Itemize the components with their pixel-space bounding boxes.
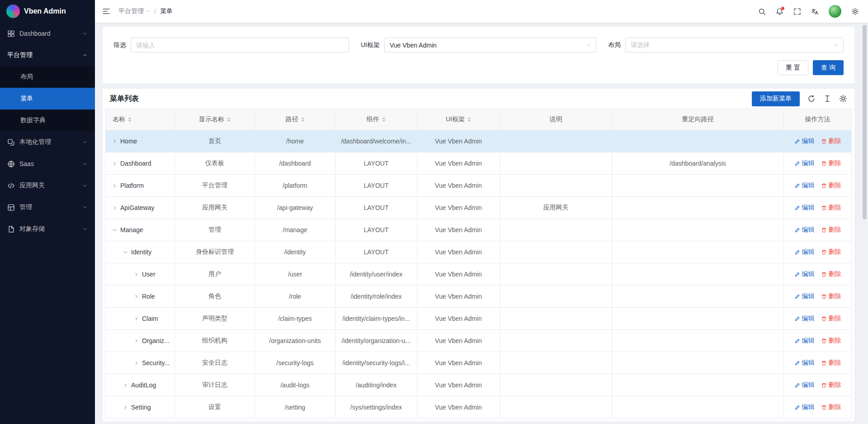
sidebar-item-api-gateway[interactable]: 应用网关 bbox=[0, 175, 95, 196]
table-row[interactable]: Platform平台管理/platformLAYOUTVue Vben Admi… bbox=[106, 175, 852, 197]
chevron-right-icon[interactable] bbox=[134, 338, 139, 343]
chevron-down-icon[interactable] bbox=[123, 250, 128, 255]
column-header-display_name[interactable]: 显示名称 bbox=[175, 109, 255, 130]
table-row[interactable]: Home首页/home/dashboard/welcome/in...Vue V… bbox=[106, 130, 852, 152]
edit-button[interactable]: 编辑 bbox=[794, 204, 815, 212]
delete-button[interactable]: 删除 bbox=[821, 159, 841, 167]
sidebar-item-platform[interactable]: 平台管理 bbox=[0, 44, 95, 66]
table-row[interactable]: Claim声明类型/claim-types/identity/claim-typ… bbox=[106, 308, 852, 330]
sort-caret-icon[interactable] bbox=[467, 117, 471, 122]
edit-button[interactable]: 编辑 bbox=[794, 159, 815, 167]
table-row[interactable]: AuditLog审计日志/audit-logs/auditing/indexVu… bbox=[106, 374, 852, 396]
column-header-component[interactable]: 组件 bbox=[335, 109, 417, 130]
chevron-right-icon[interactable] bbox=[123, 405, 128, 410]
cell-actions: 编辑删除 bbox=[784, 263, 852, 286]
sort-caret-icon[interactable] bbox=[227, 117, 231, 122]
table-row[interactable]: Security...安全日志/security-logs/identity/s… bbox=[106, 352, 852, 374]
row-height-icon[interactable] bbox=[823, 95, 831, 103]
translate-icon[interactable] bbox=[811, 8, 819, 15]
column-header-framework[interactable]: UI框架 bbox=[417, 109, 500, 130]
delete-button[interactable]: 删除 bbox=[821, 292, 841, 300]
delete-button[interactable]: 删除 bbox=[821, 314, 841, 323]
user-avatar[interactable] bbox=[829, 5, 841, 18]
delete-button[interactable]: 删除 bbox=[821, 248, 841, 256]
delete-button[interactable]: 删除 bbox=[821, 403, 841, 411]
query-button[interactable]: 查 询 bbox=[813, 60, 844, 75]
edit-button[interactable]: 编辑 bbox=[794, 137, 815, 145]
edit-button[interactable]: 编辑 bbox=[794, 270, 815, 278]
edit-button[interactable]: 编辑 bbox=[794, 337, 815, 345]
edit-button[interactable]: 编辑 bbox=[794, 181, 815, 190]
chevron-right-icon[interactable] bbox=[134, 272, 139, 277]
chevron-right-icon[interactable] bbox=[134, 361, 139, 366]
chevron-right-icon[interactable] bbox=[112, 205, 117, 210]
search-icon[interactable] bbox=[758, 8, 766, 15]
sidebar-item-data-dictionary[interactable]: 数据字典 bbox=[0, 110, 95, 131]
delete-button[interactable]: 删除 bbox=[821, 381, 841, 389]
refresh-icon[interactable] bbox=[807, 95, 816, 103]
delete-button[interactable]: 删除 bbox=[821, 137, 841, 145]
fullscreen-icon[interactable] bbox=[793, 8, 801, 15]
table-row[interactable]: User用户/user/identity/user/indexVue Vben … bbox=[106, 263, 852, 286]
keyword-input-field[interactable] bbox=[136, 42, 344, 49]
table-row[interactable]: Setting设置/setting/sys/settings/indexVue … bbox=[106, 396, 852, 419]
table-row[interactable]: Dashboard仪表板/dashboardLAYOUTVue Vben Adm… bbox=[106, 152, 852, 175]
edit-button[interactable]: 编辑 bbox=[794, 292, 815, 300]
table-row[interactable]: Identity身份标识管理/identityLAYOUTVue Vben Ad… bbox=[106, 241, 852, 263]
cell-actions: 编辑删除 bbox=[784, 396, 852, 419]
sidebar-item-menu[interactable]: 菜单 bbox=[0, 88, 95, 110]
pencil-icon bbox=[794, 249, 800, 255]
chevron-right-icon[interactable] bbox=[123, 383, 128, 388]
edit-button[interactable]: 编辑 bbox=[794, 226, 815, 234]
delete-button[interactable]: 删除 bbox=[821, 270, 841, 278]
vertical-scrollbar[interactable] bbox=[863, 25, 867, 219]
edit-button[interactable]: 编辑 bbox=[794, 359, 815, 367]
chevron-right-icon[interactable] bbox=[134, 316, 139, 321]
chevron-right-icon[interactable] bbox=[112, 183, 117, 188]
gear-icon[interactable] bbox=[851, 8, 859, 15]
sidebar-item-localization[interactable]: 本地化管理 bbox=[0, 131, 95, 153]
delete-button[interactable]: 删除 bbox=[821, 226, 841, 234]
sort-caret-icon[interactable] bbox=[382, 117, 386, 122]
cell-path: /api-gateway bbox=[255, 197, 335, 219]
chevron-down-icon[interactable] bbox=[112, 228, 117, 233]
reset-button[interactable]: 重 置 bbox=[778, 60, 808, 75]
bell-icon[interactable] bbox=[776, 8, 783, 15]
sidebar-collapse-button[interactable] bbox=[102, 7, 110, 15]
chevron-right-icon[interactable] bbox=[112, 139, 117, 144]
breadcrumb-parent[interactable]: 平台管理 bbox=[118, 7, 150, 15]
layout-select[interactable]: 请选择 bbox=[625, 38, 844, 52]
edit-button[interactable]: 编辑 bbox=[794, 314, 815, 323]
delete-button[interactable]: 删除 bbox=[821, 181, 841, 190]
table-row[interactable]: Role角色/role/identity/role/indexVue Vben … bbox=[106, 286, 852, 308]
framework-select[interactable]: Vue Vben Admin bbox=[384, 38, 596, 52]
delete-button[interactable]: 删除 bbox=[821, 337, 841, 345]
edit-button[interactable]: 编辑 bbox=[794, 248, 815, 256]
table-row[interactable]: ApiGateway应用网关/api-gatewayLAYOUTVue Vben… bbox=[106, 197, 852, 219]
sidebar-item-saas[interactable]: Saas bbox=[0, 153, 95, 175]
breadcrumb-parent-label: 平台管理 bbox=[118, 7, 144, 15]
cell-actions: 编辑删除 bbox=[784, 308, 852, 330]
sidebar-item-object-storage[interactable]: 对象存储 bbox=[0, 218, 95, 240]
chevron-right-icon[interactable] bbox=[112, 161, 117, 166]
cell-name: Claim bbox=[106, 308, 175, 330]
table-row[interactable]: Manage管理/manageLAYOUTVue Vben Admin编辑删除 bbox=[106, 219, 852, 241]
delete-button[interactable]: 删除 bbox=[821, 359, 841, 367]
chevron-right-icon[interactable] bbox=[134, 294, 139, 299]
edit-button[interactable]: 编辑 bbox=[794, 381, 815, 389]
app-logo[interactable]: Vben Admin bbox=[0, 0, 95, 23]
edit-label: 编辑 bbox=[802, 159, 815, 167]
sidebar-item-manage[interactable]: 管理 bbox=[0, 196, 95, 218]
column-header-path[interactable]: 路径 bbox=[255, 109, 335, 130]
table-settings-gear-icon[interactable] bbox=[839, 95, 847, 103]
table-row[interactable]: Organiz...组织机构/organization-units/identi… bbox=[106, 330, 852, 352]
sort-caret-icon[interactable] bbox=[301, 117, 305, 122]
sort-caret-icon[interactable] bbox=[128, 117, 132, 122]
keyword-input[interactable] bbox=[131, 38, 349, 52]
add-menu-button[interactable]: 添加新菜单 bbox=[752, 91, 800, 106]
column-header-name[interactable]: 名称 bbox=[106, 109, 175, 130]
sidebar-item-layout[interactable]: 布局 bbox=[0, 66, 95, 88]
sidebar-item-dashboard[interactable]: Dashboard bbox=[0, 23, 95, 44]
edit-button[interactable]: 编辑 bbox=[794, 403, 815, 411]
delete-button[interactable]: 删除 bbox=[821, 204, 841, 212]
